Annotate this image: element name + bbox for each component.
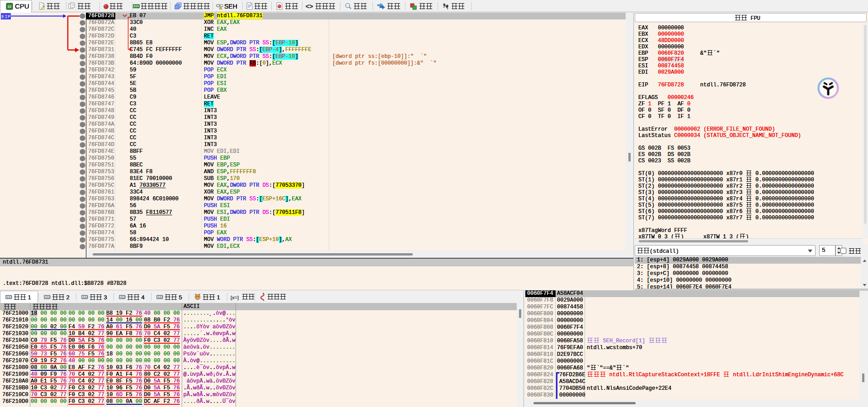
svg-text:EIP: EIP (1, 14, 11, 19)
svg-text:32: 32 (8, 5, 11, 9)
